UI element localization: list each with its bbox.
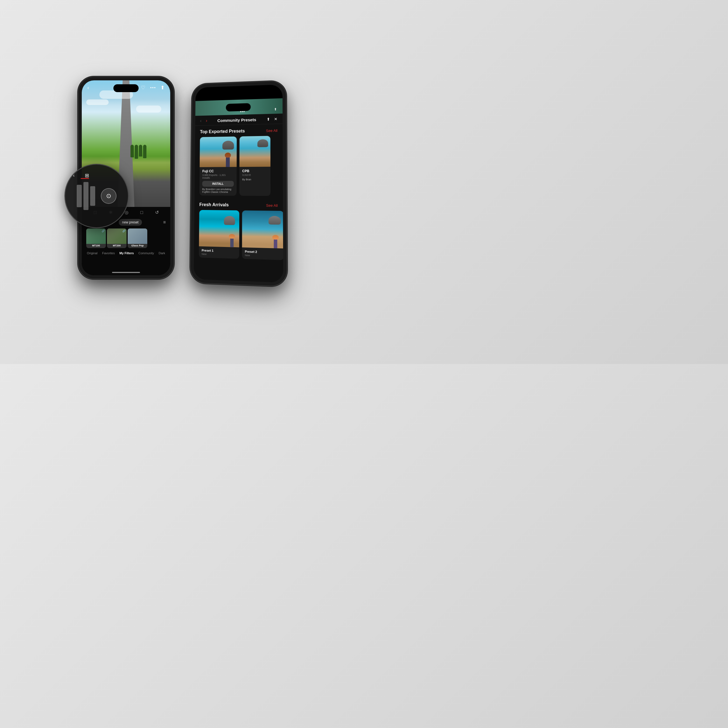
preset-thumb-mt100[interactable]: 🔗 MT100 — [86, 228, 106, 248]
arrival-name: Preset 1 — [202, 249, 236, 253]
arrival-card-1[interactable]: Preset 1 New — [199, 210, 239, 259]
dot — [152, 87, 153, 88]
magnifier-inner: ‹ ⊞ ⊙ — [65, 165, 128, 227]
right-phone: ⬆ ‹ › Community Presets ⬆ ✕ — [190, 81, 287, 286]
forward-arrow-button[interactable]: › — [206, 118, 207, 123]
share-nav-icon[interactable]: ⬆ — [266, 117, 270, 121]
home-indicator — [112, 272, 140, 273]
share-icon-top[interactable]: ⬆ — [274, 107, 277, 111]
filter-tab-dark[interactable]: Dark — [159, 251, 165, 255]
preset-cards-row: Fuji CC 3,989 Exports · 1,321 Installs I… — [194, 136, 283, 196]
share-icon[interactable]: ⬆ — [161, 84, 165, 91]
filter-tab-favorites[interactable]: Favorites — [102, 251, 115, 255]
list-view-icon[interactable]: ≡ — [163, 220, 166, 225]
preset-card-image — [239, 136, 271, 167]
preset-card-name: Fuji CC — [202, 169, 234, 173]
preset-card-stats: 3,989 Exports · 1,321 Installs — [202, 174, 234, 179]
dynamic-island-right — [226, 103, 251, 112]
compass-icon: ⊙ — [106, 192, 111, 200]
right-screen-content: ⬆ ‹ › Community Presets ⬆ ✕ — [194, 98, 283, 283]
author-name: Brandon Lee — [206, 188, 220, 191]
cloud — [86, 99, 109, 105]
arrival-card-image — [199, 210, 239, 247]
close-nav-icon[interactable]: ✕ — [274, 117, 277, 121]
mag-back-arrow[interactable]: ‹ — [73, 173, 75, 178]
left-toolbar: ‹ ♡ ⬆ — [82, 80, 170, 95]
preset-card-fujii-cc[interactable]: Fuji CC 3,989 Exports · 1,321 Installs I… — [199, 136, 237, 196]
preset-card-by: By Bran — [242, 178, 268, 181]
nav-right-icons: ⬆ ✕ — [266, 117, 277, 121]
back-arrow-button[interactable]: ‹ — [200, 118, 202, 124]
fresh-arrivals-see-all[interactable]: See All — [266, 203, 278, 208]
preset-thumb-label: MT200 — [107, 244, 127, 247]
preset-thumb-mt200[interactable]: 🔗 MT200 — [107, 228, 127, 248]
top-exported-title: Top Exported Presets — [200, 128, 245, 135]
by-label: By — [242, 178, 245, 181]
heart-icon[interactable]: ♡ — [141, 84, 145, 91]
phones-container: ‹ ♡ ⬆ — [0, 0, 364, 364]
chain-icon: 🔗 — [102, 229, 105, 232]
preset-card-name: CPB — [242, 169, 268, 173]
preset-card-info: Fuji CC 3,989 Exports · 1,321 Installs I… — [199, 167, 237, 196]
woman-hair — [229, 234, 235, 239]
woman-hair — [225, 153, 231, 158]
arrival-card-image-2 — [242, 211, 283, 249]
woman-head-2 — [274, 236, 277, 239]
fresh-arrivals-title: Fresh Arrivals — [199, 202, 229, 208]
tree-row — [130, 145, 147, 159]
mag-red-line — [81, 178, 89, 179]
install-button[interactable]: INSTALL — [202, 181, 234, 187]
mag-bar — [83, 182, 89, 210]
preset-card-image — [200, 136, 237, 167]
woman-head — [230, 235, 234, 238]
filter-tab-original[interactable]: Original — [87, 251, 98, 255]
cloud — [136, 106, 161, 113]
preset-thumb-label: Glass Pop — [128, 244, 147, 247]
preset-thumbnails: 🔗 MT100 🔗 MT200 — [82, 227, 170, 249]
dot — [154, 87, 155, 88]
left-phone: ‹ ♡ ⬆ — [78, 77, 174, 278]
arrival-card-2[interactable]: Preset 2 New — [242, 211, 283, 260]
arrival-stats-2: New — [245, 254, 281, 258]
history-icon[interactable]: ↺ — [155, 210, 159, 215]
author-partial: Bran — [246, 178, 251, 181]
rock-island-arrival-2 — [269, 216, 281, 225]
rock-island-arrival — [224, 216, 235, 225]
top-exported-see-all[interactable]: See All — [266, 128, 277, 133]
filter-nav: Original Favorites My Filters Community … — [82, 249, 170, 257]
fresh-arrivals-section-header: Fresh Arrivals See All — [194, 198, 283, 211]
woman-hair-2 — [272, 235, 279, 240]
rock-island — [222, 141, 234, 150]
filter-tab-myfilters[interactable]: My Filters — [119, 251, 133, 255]
arrival-card-info: Preset 1 New — [199, 246, 239, 259]
chain-icon: 🔗 — [122, 229, 125, 232]
tree — [130, 145, 134, 158]
preset-card-stats: 3,313 E — [242, 174, 268, 176]
tree — [139, 145, 142, 156]
filter-tab-community[interactable]: Community — [138, 251, 154, 255]
page-title: Community Presets — [217, 117, 256, 122]
mag-grid-icon[interactable]: ⊞ — [85, 173, 89, 179]
arrival-stats: New — [202, 252, 236, 257]
preset-thumb-image: 🔗 — [107, 228, 127, 244]
more-options-button[interactable] — [150, 87, 155, 88]
top-exported-section-header: Top Exported Presets See All — [195, 124, 283, 137]
preset-card-by: By Brandon Lee emulating Fujifilm Classi… — [202, 188, 234, 193]
arrival-name-2: Preset 2 — [245, 250, 281, 254]
tree — [135, 145, 138, 159]
preset-thumb-image — [128, 228, 147, 244]
preset-thumb-image: 🔗 — [86, 228, 106, 244]
woman-figure-arrival-2 — [274, 236, 277, 248]
frame-icon[interactable]: □ — [140, 210, 143, 215]
right-phone-screen: ⬆ ‹ › Community Presets ⬆ ✕ — [194, 84, 283, 283]
preset-thumb-glasspop[interactable]: Glass Pop — [128, 228, 147, 248]
back-button[interactable]: ‹ — [87, 85, 89, 91]
mag-bar — [90, 186, 95, 206]
status-dot — [242, 111, 243, 112]
compass-button[interactable]: ⊙ — [101, 188, 116, 204]
status-dots — [240, 111, 245, 112]
preset-card-cpb[interactable]: CPB 3,313 E By Bran — [239, 136, 271, 196]
preset-card-info: CPB 3,313 E By Bran — [239, 167, 271, 183]
woman-body — [226, 157, 230, 167]
spacer — [201, 113, 211, 113]
